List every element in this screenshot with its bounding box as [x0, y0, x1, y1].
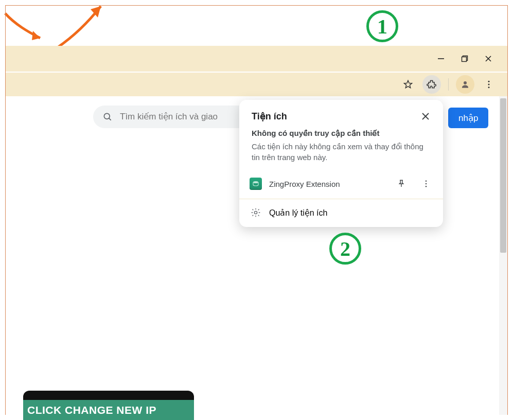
extension-more-button[interactable] [417, 175, 435, 192]
popup-close-button[interactable] [418, 109, 433, 124]
svg-point-18 [426, 186, 427, 187]
svg-point-7 [488, 81, 490, 82]
bookmark-star-icon[interactable] [399, 75, 417, 94]
window-minimize-button[interactable] [436, 54, 446, 63]
svg-marker-5 [404, 81, 412, 88]
popup-title: Tiện ích [252, 111, 287, 122]
svg-point-17 [426, 183, 427, 184]
svg-point-19 [254, 211, 257, 214]
window-titlebar [6, 46, 507, 72]
svg-rect-2 [462, 57, 467, 62]
thumbnail-banner: CLICK CHANGE NEW IP [23, 400, 194, 420]
extensions-icon[interactable] [422, 75, 441, 94]
window-close-button[interactable] [484, 54, 493, 63]
extension-app-icon [250, 178, 262, 190]
extension-thumbnail-card[interactable]: CLICK CHANGE NEW IP Extension [23, 391, 194, 420]
svg-point-6 [464, 81, 467, 84]
svg-point-14 [253, 181, 258, 183]
popup-subtitle: Không có quyền truy cập cần thiết [239, 129, 443, 140]
svg-point-8 [488, 84, 490, 85]
svg-point-9 [488, 86, 490, 88]
scrollbar-thumb[interactable] [500, 98, 506, 253]
browser-menu-icon[interactable] [480, 75, 498, 94]
extension-item-label: ZingProxy Extension [269, 180, 385, 188]
popup-description: Các tiện ích này không cần xem và thay đ… [239, 140, 443, 170]
svg-point-10 [104, 113, 110, 119]
thumbnail-top-bar [23, 391, 194, 400]
svg-line-11 [109, 118, 111, 120]
extension-item[interactable]: ZingProxy Extension [239, 170, 443, 199]
browser-toolbar [6, 72, 507, 96]
login-button[interactable]: nhập [448, 108, 488, 128]
annotation-step-1: 1 [366, 10, 398, 42]
pin-extension-button[interactable] [393, 175, 410, 192]
manage-extensions-row[interactable]: Quản lý tiện ích [239, 199, 443, 227]
annotation-step-2: 2 [329, 233, 361, 265]
scrollbar-track[interactable] [499, 96, 507, 415]
manage-extensions-label: Quản lý tiện ích [269, 208, 327, 218]
profile-avatar-icon[interactable] [456, 75, 474, 94]
window-maximize-button[interactable] [460, 54, 469, 63]
gear-icon [250, 206, 262, 219]
search-icon [102, 112, 113, 122]
toolbar-separator [448, 78, 449, 91]
svg-point-16 [426, 181, 427, 182]
extensions-popup: Tiện ích Không có quyền truy cập cần thi… [239, 100, 443, 227]
